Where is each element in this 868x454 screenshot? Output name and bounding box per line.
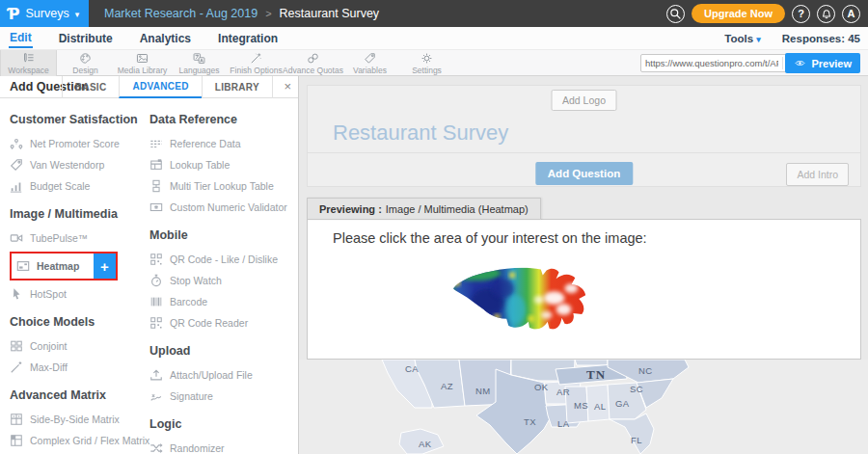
qtype-hotspot[interactable]: HotSpot	[10, 283, 140, 305]
tag-icon	[364, 52, 376, 65]
image-icon	[136, 52, 149, 65]
tab-basic[interactable]: BASIC	[62, 76, 120, 98]
upload-icon	[149, 368, 163, 382]
help-button[interactable]: ?	[792, 5, 810, 23]
notifications-button[interactable]	[817, 5, 835, 23]
survey-nav: Edit Distribute Analytics Integration To…	[0, 27, 868, 49]
section-data-reference: Data Reference	[149, 113, 290, 126]
chevron-down-icon: ▾	[75, 10, 80, 19]
toolbar-variables[interactable]: Variables	[341, 50, 398, 76]
section-upload: Upload	[149, 344, 290, 358]
stopwatch-icon	[149, 274, 163, 287]
price-tag-icon	[10, 158, 23, 172]
add-logo-button[interactable]: Add Logo	[551, 90, 617, 111]
nav-tab-distribute[interactable]: Distribute	[58, 29, 114, 47]
qtype-qr-code-reader[interactable]: QR Code Reader	[149, 312, 290, 334]
survey-title[interactable]: Restaurant Survey	[333, 120, 508, 146]
qtype-complex-grid[interactable]: Complex Grid / Flex Matrix	[10, 430, 140, 451]
top-bar: Ƥ Surveys ▾ Market Research - Aug 2019 >…	[0, 0, 868, 27]
nav-tab-analytics[interactable]: Analytics	[139, 29, 192, 47]
tools-menu[interactable]: Tools ▾	[724, 33, 761, 44]
qtype-attach-upload-file[interactable]: Attach/Upload File	[149, 364, 290, 386]
editor-toolbar: Workspace Design Media Library Languages…	[0, 49, 868, 76]
qtype-reference-data[interactable]: Reference Data	[149, 133, 290, 154]
table-icon	[149, 158, 163, 172]
survey-url-input[interactable]	[641, 58, 782, 68]
qtype-heatmap-highlighted[interactable]: Heatmap +	[10, 252, 118, 280]
qtype-barcode[interactable]: Barcode	[149, 291, 290, 312]
add-question-panel: Add Question BASIC ADVANCED LIBRARY × Cu…	[0, 76, 299, 454]
section-advanced-matrix: Advanced Matrix	[10, 388, 140, 402]
flex-matrix-icon	[10, 434, 23, 447]
breadcrumb-survey: Restaurant Survey	[280, 7, 380, 20]
signature-icon	[149, 389, 163, 403]
qtype-budget-scale[interactable]: Budget Scale	[10, 175, 140, 197]
account-avatar[interactable]: A	[842, 5, 860, 23]
responses-count[interactable]: Responses: 45	[782, 33, 860, 44]
toolbar-advance-quotas[interactable]: Advance Quotas	[285, 50, 341, 76]
bar-chart-icon	[10, 179, 23, 193]
eye-icon	[794, 59, 806, 67]
qtype-signature[interactable]: Signature	[149, 386, 290, 407]
tab-library[interactable]: LIBRARY	[202, 76, 273, 98]
toolbar-design[interactable]: Design	[57, 50, 114, 76]
search-button[interactable]	[666, 5, 685, 23]
background-us-map: CA AZ NM OK AR TN NC SC MS AL GA TX LA F…	[299, 360, 868, 454]
previewing-tab: Previewing : Image / Multimedia (Heatmap…	[307, 198, 541, 220]
upgrade-now-button[interactable]: Upgrade Now	[692, 4, 785, 23]
divider	[308, 152, 860, 153]
toolbar-settings[interactable]: Settings	[398, 50, 455, 76]
surveys-menu[interactable]: Ƥ Surveys ▾	[0, 0, 89, 27]
topbar-actions: Upgrade Now ? A	[666, 0, 860, 27]
breadcrumb: Market Research - Aug 2019 > Restaurant …	[104, 0, 379, 27]
questionpro-logo: Ƥ	[8, 5, 20, 23]
close-icon[interactable]: ×	[284, 79, 291, 93]
nav-tab-integration[interactable]: Integration	[217, 29, 279, 47]
video-camera-icon	[10, 231, 23, 245]
qtype-net-promoter-score[interactable]: Net Promoter Score	[10, 133, 140, 154]
shuffle-icon	[149, 441, 163, 454]
qtype-qr-like-dislike[interactable]: QR Code - Like / Dislike	[149, 249, 290, 270]
section-mobile: Mobile	[149, 228, 290, 242]
nav-tab-edit[interactable]: Edit	[9, 28, 33, 48]
nps-icon	[10, 137, 23, 150]
qtype-max-diff[interactable]: Max-Diff	[10, 357, 140, 378]
toolbar-media-library[interactable]: Media Library	[114, 50, 171, 76]
toolbar-languages[interactable]: Languages	[171, 50, 228, 76]
qtype-multi-tier-lookup[interactable]: Multi Tier Lookup Table	[149, 175, 290, 197]
survey-header-card: Add Logo Restaurant Survey Add Question …	[307, 85, 861, 187]
question-text: Please click the area of your interest o…	[333, 230, 647, 246]
qtype-van-westendorp[interactable]: Van Westendorp	[10, 154, 140, 175]
section-customer-satisfaction: Customer Satisfaction	[10, 113, 140, 126]
cursor-icon	[10, 287, 23, 301]
grid-icon	[10, 339, 23, 353]
qtype-stop-watch[interactable]: Stop Watch	[149, 270, 290, 291]
preview-button[interactable]: Preview	[785, 53, 860, 73]
qtype-tubepulse[interactable]: TubePulse™	[10, 227, 140, 249]
toolbar-finish-options[interactable]: Finish Options	[228, 50, 285, 76]
question-preview-box: Please click the area of your interest o…	[307, 219, 861, 360]
product-name: Surveys	[26, 7, 69, 20]
qtype-randomizer[interactable]: Randomizer	[149, 438, 290, 454]
add-intro-button[interactable]: Add Intro	[786, 163, 849, 186]
section-image-multimedia: Image / Multimedia	[10, 207, 140, 221]
qtype-conjoint[interactable]: Conjoint	[10, 335, 140, 357]
reference-data-icon	[149, 137, 163, 150]
add-heatmap-question-button[interactable]: +	[94, 254, 116, 279]
survey-url-field: ✎	[640, 54, 802, 72]
qtype-lookup-table[interactable]: Lookup Table	[149, 154, 290, 175]
qtype-side-by-side-matrix[interactable]: Side-By-Side Matrix	[10, 409, 140, 430]
magic-wand-icon	[250, 52, 262, 65]
qtype-custom-numeric-validator[interactable]: Custom Numeric Validator	[149, 197, 290, 218]
usa-heatmap-image[interactable]	[448, 260, 600, 349]
tab-advanced[interactable]: ADVANCED	[119, 76, 201, 98]
breadcrumb-project[interactable]: Market Research - Aug 2019	[104, 7, 258, 20]
barcode-icon	[149, 295, 163, 308]
section-logic: Logic	[149, 417, 290, 431]
qr-code-icon	[149, 253, 163, 266]
toolbar-workspace[interactable]: Workspace	[0, 50, 57, 76]
chevron-down-icon: ▾	[756, 35, 761, 44]
add-question-button[interactable]: Add Question	[535, 162, 633, 185]
qr-reader-icon	[149, 316, 163, 330]
stacked-boxes-icon	[149, 179, 163, 193]
